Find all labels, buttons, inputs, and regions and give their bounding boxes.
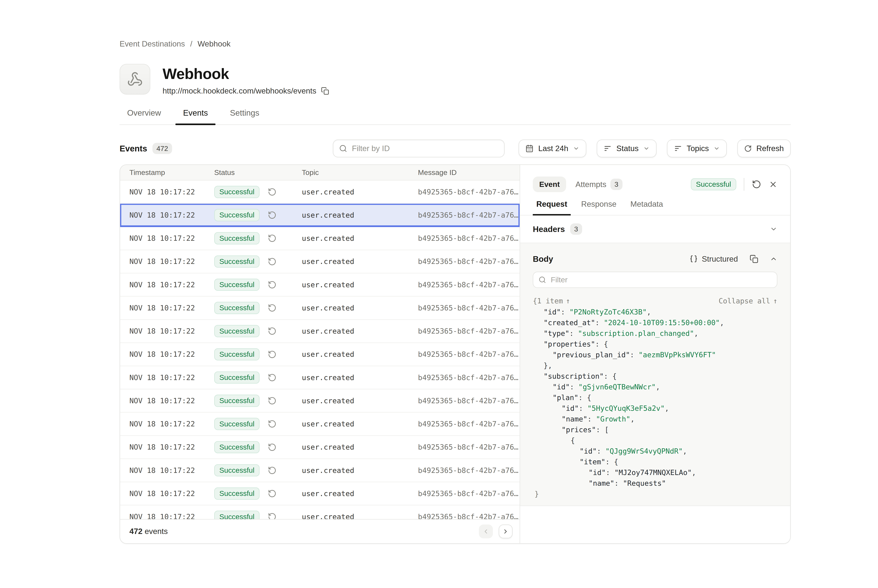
table-row[interactable]: NOV 18 10:17:22 Successful user.created … bbox=[120, 506, 520, 519]
panel-empty-area bbox=[520, 506, 790, 543]
retry-row-icon[interactable] bbox=[268, 304, 277, 312]
retry-row-icon[interactable] bbox=[268, 396, 277, 405]
retry-row-icon[interactable] bbox=[268, 420, 277, 428]
row-message-id: b4925365-b8cf-42b7-a76… bbox=[418, 489, 520, 498]
table-row[interactable]: NOV 18 10:17:22 Successful user.created … bbox=[120, 436, 520, 459]
row-topic: user.created bbox=[302, 257, 418, 266]
retry-row-icon[interactable] bbox=[268, 257, 277, 266]
collapse-body-icon[interactable] bbox=[770, 255, 777, 262]
tab-events[interactable]: Events bbox=[176, 108, 215, 124]
column-header-timestamp: Timestamp bbox=[129, 168, 214, 177]
row-timestamp: NOV 18 10:17:22 bbox=[129, 188, 214, 196]
copy-url-icon[interactable] bbox=[321, 87, 329, 95]
status-badge: Successful bbox=[214, 279, 260, 291]
filter-lines-icon bbox=[674, 144, 682, 153]
structured-view-toggle[interactable]: Structured bbox=[690, 255, 738, 263]
headers-section-toggle[interactable]: Headers 3 bbox=[520, 216, 790, 243]
row-timestamp: NOV 18 10:17:22 bbox=[129, 466, 214, 475]
body-section: Body Structured bbox=[520, 243, 790, 506]
subtab-request[interactable]: Request bbox=[533, 200, 571, 215]
table-row[interactable]: NOV 18 10:17:22 Successful user.created … bbox=[120, 412, 520, 436]
headers-count-badge: 3 bbox=[570, 224, 582, 235]
retry-row-icon[interactable] bbox=[268, 188, 277, 196]
row-message-id: b4925365-b8cf-42b7-a76… bbox=[418, 257, 520, 266]
arrow-up-icon: ↑ bbox=[773, 297, 777, 305]
chevron-down-icon bbox=[573, 145, 579, 152]
previous-page-button[interactable] bbox=[479, 525, 493, 538]
table-row[interactable]: NOV 18 10:17:22 Successful user.created … bbox=[120, 180, 520, 204]
json-line: "id": "QJgg9WrS4vyQPNdR", bbox=[533, 446, 777, 457]
body-filter-box bbox=[533, 272, 777, 288]
retry-row-icon[interactable] bbox=[268, 211, 277, 219]
webhook-icon bbox=[127, 71, 143, 87]
collapse-all-button[interactable]: Collapse all ↑ bbox=[719, 297, 777, 305]
subtab-response[interactable]: Response bbox=[578, 200, 620, 215]
row-message-id: b4925365-b8cf-42b7-a76… bbox=[418, 513, 520, 520]
next-page-button[interactable] bbox=[499, 525, 513, 538]
row-topic: user.created bbox=[302, 350, 418, 358]
subtab-metadata[interactable]: Metadata bbox=[627, 200, 667, 215]
body-filter-input[interactable] bbox=[551, 276, 772, 284]
panel-tab-event[interactable]: Event bbox=[533, 177, 566, 192]
arrow-up-icon: ↑ bbox=[566, 297, 570, 305]
table-row[interactable]: NOV 18 10:17:22 Successful user.created … bbox=[120, 250, 520, 273]
copy-body-icon[interactable] bbox=[750, 255, 758, 263]
row-message-id: b4925365-b8cf-42b7-a76… bbox=[418, 443, 520, 451]
json-root-toggle[interactable]: {1 item ↑ bbox=[533, 297, 570, 305]
retry-row-icon[interactable] bbox=[268, 327, 277, 336]
panel-tab-attempts[interactable]: Attempts 3 bbox=[576, 178, 622, 190]
table-row[interactable]: NOV 18 10:17:22 Successful user.created … bbox=[120, 482, 520, 506]
row-topic: user.created bbox=[302, 188, 418, 196]
json-line: "id": "P2NoRtyZoTc46X3B", bbox=[533, 307, 777, 317]
event-status-badge: Successful bbox=[691, 178, 736, 190]
table-row[interactable]: NOV 18 10:17:22 Successful user.created … bbox=[120, 343, 520, 366]
time-range-label: Last 24h bbox=[538, 144, 568, 153]
retry-event-icon[interactable] bbox=[752, 180, 761, 189]
tab-settings[interactable]: Settings bbox=[223, 108, 267, 124]
retry-row-icon[interactable] bbox=[268, 350, 277, 359]
retry-row-icon[interactable] bbox=[268, 443, 277, 452]
chevron-down-icon bbox=[770, 225, 777, 233]
destination-tabs: Overview Events Settings bbox=[120, 108, 791, 125]
filter-by-id-box bbox=[333, 140, 505, 158]
time-range-button[interactable]: Last 24h bbox=[519, 140, 586, 158]
refresh-button[interactable]: Refresh bbox=[737, 140, 791, 158]
status-filter-button[interactable]: Status bbox=[597, 140, 657, 158]
close-panel-icon[interactable] bbox=[769, 180, 777, 189]
retry-row-icon[interactable] bbox=[268, 280, 277, 289]
breadcrumb-current: Webhook bbox=[197, 39, 230, 48]
chevron-down-icon bbox=[643, 145, 649, 152]
row-timestamp: NOV 18 10:17:22 bbox=[129, 489, 214, 498]
table-row[interactable]: NOV 18 10:17:22 Successful user.created … bbox=[120, 273, 520, 297]
filter-lines-icon bbox=[604, 144, 612, 153]
body-label: Body bbox=[533, 254, 553, 264]
chevron-right-icon bbox=[502, 528, 509, 535]
breadcrumb-parent-link[interactable]: Event Destinations bbox=[120, 39, 185, 48]
events-count-badge: 472 bbox=[152, 143, 172, 154]
table-row[interactable]: NOV 18 10:17:22 Successful user.created … bbox=[120, 297, 520, 320]
headers-label: Headers bbox=[533, 224, 565, 234]
table-row[interactable]: NOV 18 10:17:22 Successful user.created … bbox=[120, 389, 520, 412]
json-line: "properties": { bbox=[533, 339, 777, 350]
table-row[interactable]: NOV 18 10:17:22 Successful user.created … bbox=[120, 459, 520, 482]
events-card: Timestamp Status Topic Message ID NOV 18… bbox=[120, 164, 791, 544]
filter-by-id-input[interactable] bbox=[352, 144, 498, 153]
retry-row-icon[interactable] bbox=[268, 489, 277, 498]
table-row[interactable]: NOV 18 10:17:22 Successful user.created … bbox=[120, 320, 520, 343]
table-row[interactable]: NOV 18 10:17:22 Successful user.created … bbox=[120, 227, 520, 250]
search-icon bbox=[339, 144, 347, 153]
tab-overview[interactable]: Overview bbox=[120, 108, 168, 124]
status-badge: Successful bbox=[214, 441, 260, 453]
table-row[interactable]: NOV 18 10:17:22 Successful user.created … bbox=[120, 366, 520, 389]
retry-row-icon[interactable] bbox=[268, 234, 277, 243]
status-badge: Successful bbox=[214, 511, 260, 520]
retry-row-icon[interactable] bbox=[268, 512, 277, 520]
destination-icon-tile bbox=[120, 64, 150, 94]
status-badge: Successful bbox=[214, 418, 260, 430]
braces-icon bbox=[690, 255, 698, 263]
table-row[interactable]: NOV 18 10:17:22 Successful user.created … bbox=[120, 204, 520, 227]
retry-row-icon[interactable] bbox=[268, 466, 277, 475]
breadcrumb: Event Destinations / Webhook bbox=[120, 39, 791, 48]
topics-filter-button[interactable]: Topics bbox=[667, 140, 727, 158]
retry-row-icon[interactable] bbox=[268, 373, 277, 382]
